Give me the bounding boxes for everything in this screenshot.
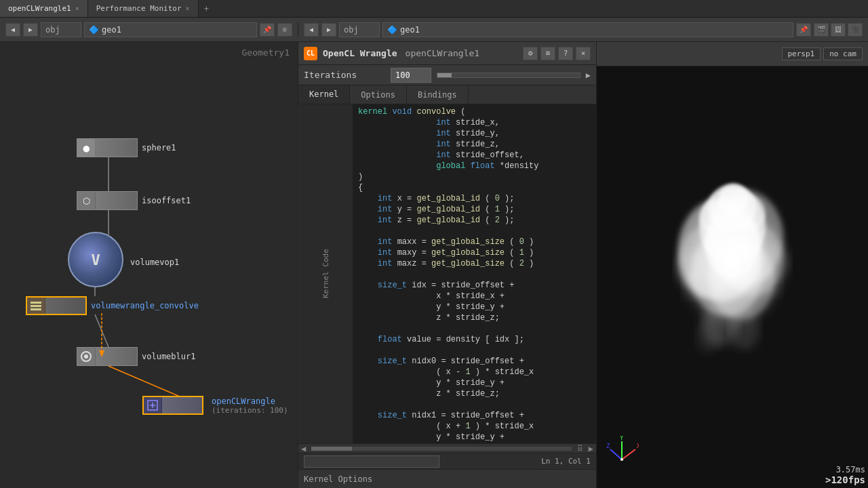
svg-text:X: X: [637, 443, 639, 449]
code-line-14: int maxy = get_global_size ( 1 ): [353, 248, 596, 259]
svg-point-23: [696, 317, 721, 352]
right-geo-dropdown[interactable]: 🔷 geo1: [382, 22, 793, 37]
svg-point-22: [730, 307, 760, 349]
time-value: 3.57ms: [836, 465, 865, 474]
svg-text:Z: Z: [606, 443, 610, 449]
close-button[interactable]: ×: [576, 47, 591, 60]
scroll-track[interactable]: [311, 447, 572, 451]
code-line-4: int stride_z,: [353, 140, 596, 150]
svg-text:Y: Y: [620, 436, 624, 441]
code-line-3: int stride_y,: [353, 129, 596, 140]
cursor-position: Ln 1, Col 1: [541, 457, 591, 466]
volumevop1-label: volumevop1: [130, 258, 179, 267]
volumeblur1-label: volumeblur1: [142, 352, 195, 361]
window-tabs: openCLWrangle1 × Performance Monitor × +: [0, 0, 868, 18]
view-perspective-button[interactable]: persp1: [782, 47, 821, 60]
node-sphere1[interactable]: ● sphere1: [77, 138, 176, 157]
svg-point-31: [761, 270, 783, 296]
viewport-icon1[interactable]: 🎬: [814, 23, 829, 37]
tab-perf-close[interactable]: ×: [186, 5, 190, 12]
iterations-input[interactable]: [391, 68, 431, 83]
settings-button[interactable]: ⚙: [523, 47, 538, 60]
tab-add-button[interactable]: +: [199, 2, 214, 16]
opencl-icon: CL: [304, 47, 317, 60]
viewport-3d[interactable]: X Y Z >120fps 3.57ms: [597, 66, 868, 488]
scroll-thumb[interactable]: [311, 447, 352, 451]
opencl-sublabel: (iterations: 100): [212, 406, 288, 415]
cloud-svg: [637, 142, 827, 413]
svg-line-4: [108, 366, 180, 396]
svg-point-38: [620, 458, 623, 461]
right-geo-label: geo1: [400, 25, 420, 35]
kernel-code-label: Kernel Code: [298, 104, 353, 443]
editor-tabs: Kernel Options Bindings: [298, 85, 596, 104]
back-button[interactable]: ◀: [5, 23, 20, 37]
command-input[interactable]: [304, 455, 439, 468]
viewport-icon3[interactable]: 🎥: [848, 23, 863, 37]
node-opencl-wrangle[interactable]: openCLWrangle (iterations: 100): [142, 396, 288, 415]
tab-opencl-wrangle[interactable]: openCLWrangle1 ×: [0, 0, 88, 17]
viewport-icon2[interactable]: 🖼: [831, 23, 846, 37]
opencl-label: openCLWrangle: [212, 396, 288, 406]
code-line-24: size_t nidx0 = stride_offset +: [353, 357, 596, 367]
code-line-28: [353, 400, 596, 411]
info-button[interactable]: ?: [558, 47, 573, 60]
right-geo-icon: 🔷: [387, 25, 397, 35]
right-obj-dropdown[interactable]: obj: [339, 22, 380, 37]
obj-dropdown[interactable]: obj: [41, 22, 81, 37]
axis-indicator: X Y Z: [605, 436, 639, 472]
right-pin-button[interactable]: 📌: [796, 23, 811, 37]
tab-bindings[interactable]: Bindings: [407, 85, 469, 104]
camera-button[interactable]: no cam: [823, 47, 863, 60]
node-volumewrangle-convolve[interactable]: volumewrangle_convolve: [26, 296, 199, 315]
kernel-options-bar: Kernel Options: [298, 469, 596, 488]
code-line-7: ): [353, 172, 596, 183]
node-isooffset1[interactable]: ⬡ isooffset1: [77, 191, 191, 210]
slider-arrow[interactable]: ▶: [586, 70, 591, 80]
render-time: 3.57ms: [836, 465, 865, 474]
code-line-17: size_t idx = stride_offset +: [353, 281, 596, 291]
right-forward-button[interactable]: ▶: [321, 23, 336, 37]
main-content: Geometry1 ● sphere1 ⬡: [0, 42, 868, 488]
code-line-27: z * stride_z;: [353, 389, 596, 400]
geo-label: geo1: [102, 25, 121, 35]
viewport-header: persp1 no cam: [597, 42, 868, 66]
node-volumevop1[interactable]: V volumevop1: [68, 232, 179, 293]
iterations-slider[interactable]: [437, 73, 580, 78]
code-line-20: z * stride_z;: [353, 313, 596, 324]
svg-line-36: [610, 449, 622, 460]
menu-button[interactable]: ≡: [540, 47, 555, 60]
tab-opencl-label: openCLWrangle1: [8, 4, 71, 13]
pin-button[interactable]: 📌: [260, 23, 275, 37]
node-volumeblur1[interactable]: volumeblur1: [77, 347, 195, 366]
left-settings-button[interactable]: ⚙: [277, 23, 292, 37]
fps-counter: >120fps: [825, 474, 865, 485]
geo-dropdown[interactable]: 🔷 geo1: [84, 22, 257, 37]
axis-svg: X Y Z: [605, 436, 639, 470]
geometry-label: Geometry1: [242, 47, 290, 58]
cloud-visual: [597, 66, 868, 488]
right-back-button[interactable]: ◀: [304, 23, 319, 37]
code-line-21: [353, 324, 596, 335]
svg-point-6: [84, 354, 88, 359]
code-line-9: int x = get_global_id ( 0 );: [353, 194, 596, 205]
code-editor[interactable]: kernel void convolve ( int stride_x, int…: [353, 104, 596, 443]
forward-button[interactable]: ▶: [23, 23, 38, 37]
tab-opencl-close[interactable]: ×: [75, 5, 79, 12]
code-line-23: [353, 346, 596, 357]
top-nav-bar: ◀ ▶ obj 🔷 geo1 📌 ⚙ ◀ ▶ obj 🔷 geo1 📌 🎬 🖼 …: [0, 18, 868, 42]
scroll-handle: ⠿: [574, 444, 586, 453]
code-line-18: x * stride_x +: [353, 291, 596, 302]
scroll-left-arrow[interactable]: ◀: [298, 444, 309, 453]
tab-performance-monitor[interactable]: Performance Monitor ×: [88, 0, 199, 17]
horizontal-scrollbar[interactable]: ◀ ⠿ ▶: [298, 443, 596, 453]
code-line-8: {: [353, 183, 596, 194]
tab-options[interactable]: Options: [350, 85, 407, 104]
tab-kernel[interactable]: Kernel: [298, 85, 350, 104]
scroll-right-arrow[interactable]: ▶: [586, 444, 596, 453]
obj-label: obj: [45, 25, 60, 35]
status-bar: Ln 1, Col 1: [298, 453, 596, 469]
volumewrangle-label: volumewrangle_convolve: [91, 301, 199, 310]
opencl-title: OpenCL Wrangle: [323, 48, 397, 58]
code-line-30: ( x + 1 ) * stride_x: [353, 422, 596, 432]
